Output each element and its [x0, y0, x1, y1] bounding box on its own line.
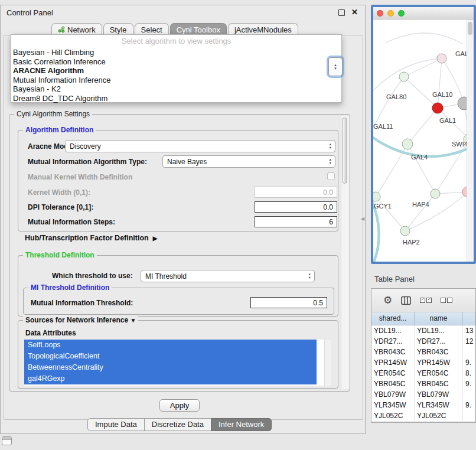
tab-label: Style — [110, 25, 127, 34]
algorithm-option[interactable]: Bayesian - K2 — [11, 84, 341, 94]
sources-group-title[interactable]: Sources for Network Inference ▼ — [23, 316, 138, 324]
table-cell: YBL079W — [371, 389, 415, 400]
dpi-tolerance-label: DPI Tolerance [0,1]: — [28, 203, 93, 211]
mi-threshold-field[interactable]: 0.5 — [250, 297, 327, 308]
docked-panel-icon[interactable] — [2, 436, 12, 445]
mi-steps-field[interactable]: 6 — [255, 216, 337, 227]
node-label: GAL1 — [439, 117, 456, 124]
attribute-item[interactable]: SelfLoops — [24, 340, 317, 351]
close-panel-icon[interactable]: ✕ — [351, 8, 358, 17]
manual-kernel-width-checkbox[interactable] — [327, 172, 335, 180]
algorithm-definition-title: Algorithm Definition — [23, 126, 96, 134]
tab-select[interactable]: Select — [135, 23, 169, 35]
apply-button[interactable]: Apply — [159, 399, 200, 412]
hub-definition-expander[interactable]: Hub/Transcription Factor Definition ▶ — [25, 234, 157, 242]
table-row[interactable]: YBR043CYBR043C — [371, 347, 475, 357]
network-edge — [438, 58, 442, 108]
close-window-button[interactable] — [377, 10, 383, 17]
algorithm-option[interactable]: ARACNE Algorithm — [11, 66, 341, 76]
attribute-item[interactable]: gal4RGexp — [24, 373, 317, 384]
settings-group-title: Cyni Algorithm Settings — [14, 110, 92, 118]
scrollbar-thumb[interactable] — [342, 118, 347, 184]
node-label: GCY1 — [374, 203, 392, 210]
network-window-titlebar — [373, 7, 474, 19]
data-attributes-list[interactable]: SelfLoopsTopologicalCoefficientBetweenne… — [24, 340, 331, 386]
tab-jactivemnodules[interactable]: jActiveMNodules — [228, 23, 298, 35]
algorithm-option[interactable]: Basic Correlation Inference — [11, 57, 341, 67]
split-pane-handle[interactable]: ◀ — [361, 216, 364, 221]
table-row[interactable]: YLR345WYLR345W9. — [371, 400, 475, 410]
mi-algorithm-type-select[interactable]: Naive Bayes ▲▼ — [162, 155, 335, 168]
tab-label: jActiveMNodules — [234, 25, 292, 34]
select-all-checkboxes-icon[interactable] — [420, 298, 432, 303]
network-node[interactable] — [431, 189, 440, 198]
table-cell: YER054C — [415, 368, 463, 379]
tab-cyni-toolbox[interactable]: Cyni Toolbox — [170, 23, 227, 35]
table-row[interactable]: YPR145WYPR145W9. — [371, 357, 475, 368]
mi-threshold-label: Mutual Information Threshold: — [31, 299, 133, 307]
network-canvas[interactable]: GALGAL80GAL10GAL11GAL1SWI4GAL4GCY1HAP4HA… — [373, 19, 474, 262]
table-cell — [463, 389, 475, 400]
mi-algorithm-type-label: Mutual Information Algorithm Type: — [28, 158, 147, 166]
zoom-window-button[interactable] — [398, 10, 405, 17]
table-cell: YJL052C — [415, 410, 463, 421]
mi-threshold-title: MI Threshold Definition — [28, 283, 112, 292]
algorithm-option[interactable]: Mutual Information Inference — [11, 76, 341, 85]
network-node[interactable] — [373, 192, 380, 201]
node-label: GAL4 — [411, 154, 428, 161]
table-row[interactable]: YJL052CYJL052C — [371, 410, 475, 421]
table-row[interactable]: YER054CYER054C8. — [371, 368, 475, 379]
table-cell: 12 — [463, 336, 475, 347]
node-label: GAL80 — [386, 93, 406, 100]
bottom-tab-infer-network[interactable]: Infer Network — [211, 418, 272, 431]
network-edge — [407, 144, 435, 194]
network-node[interactable] — [400, 226, 410, 236]
table-cell: YER054C — [371, 368, 415, 379]
table-cell: YBR043C — [371, 347, 415, 357]
table-cell: YBR045C — [415, 379, 463, 389]
attribute-item[interactable]: TopologicalCoefficient — [24, 351, 317, 362]
control-panel-window: Control Panel ✕ NetworkStyleSelectCyni T… — [0, 5, 366, 434]
algorithm-select-spinner[interactable]: ▲ ▼ — [328, 57, 343, 76]
bottom-tab-discretize-data[interactable]: Discretize Data — [144, 418, 211, 431]
deselect-all-checkboxes-icon[interactable] — [441, 298, 452, 303]
network-scrollbar[interactable] — [467, 19, 474, 262]
table-cell: YBR045C — [371, 379, 415, 389]
network-node[interactable] — [399, 72, 409, 81]
column-header-shared[interactable]: shared... — [371, 312, 415, 325]
column-header-extra[interactable] — [463, 312, 475, 325]
tab-style[interactable]: Style — [103, 23, 133, 35]
control-panel-titlebar: Control Panel ✕ — [1, 5, 365, 19]
table-toolbar: ⚙ — [371, 289, 475, 312]
network-node[interactable] — [437, 54, 446, 63]
tab-network[interactable]: Network — [51, 23, 102, 35]
which-threshold-select[interactable]: MI Threshold ▲▼ — [141, 270, 315, 282]
settings-scrollbar[interactable] — [341, 116, 349, 389]
table-row[interactable]: YBL079WYBL079W — [371, 389, 475, 400]
network-edge — [407, 108, 438, 144]
node-label: HAP4 — [412, 201, 429, 208]
network-node[interactable] — [432, 103, 443, 113]
table-row[interactable]: YDR27...YDR27...12 — [371, 336, 475, 347]
float-panel-icon[interactable] — [338, 9, 345, 16]
aracne-mode-select[interactable]: Discovery ▲▼ — [65, 140, 335, 152]
table-row[interactable]: YDL19...YDL19...13 — [371, 325, 475, 336]
algorithm-option[interactable]: Dream8 DC_TDC Algorithm — [11, 94, 341, 103]
scrollbar-thumb[interactable] — [468, 22, 472, 35]
which-threshold-value: MI Threshold — [145, 272, 187, 281]
mi-algorithm-type-value: Naive Bayes — [167, 158, 207, 166]
attributes-scrollbar[interactable] — [324, 340, 331, 386]
network-node[interactable] — [402, 139, 413, 149]
attribute-item[interactable]: BetweennessCentrality — [24, 362, 317, 373]
sources-title-text: Sources for Network Inference — [25, 316, 128, 324]
minimize-window-button[interactable] — [387, 10, 394, 17]
column-layout-icon[interactable] — [401, 296, 411, 305]
network-graph[interactable]: GALGAL80GAL10GAL11GAL1SWI4GAL4GCY1HAP4HA… — [373, 19, 468, 264]
algorithm-option[interactable]: Bayesian - Hill Climbing — [11, 48, 341, 57]
dpi-tolerance-field[interactable]: 0.0 — [255, 201, 337, 213]
gear-icon[interactable]: ⚙ — [383, 295, 392, 305]
column-header-name[interactable]: name — [415, 312, 463, 325]
bottom-tab-impute-data[interactable]: Impute Data — [87, 418, 145, 431]
table-row[interactable]: YBR045CYBR045C9. — [371, 379, 475, 389]
tab-label: Cyni Toolbox — [177, 25, 220, 34]
